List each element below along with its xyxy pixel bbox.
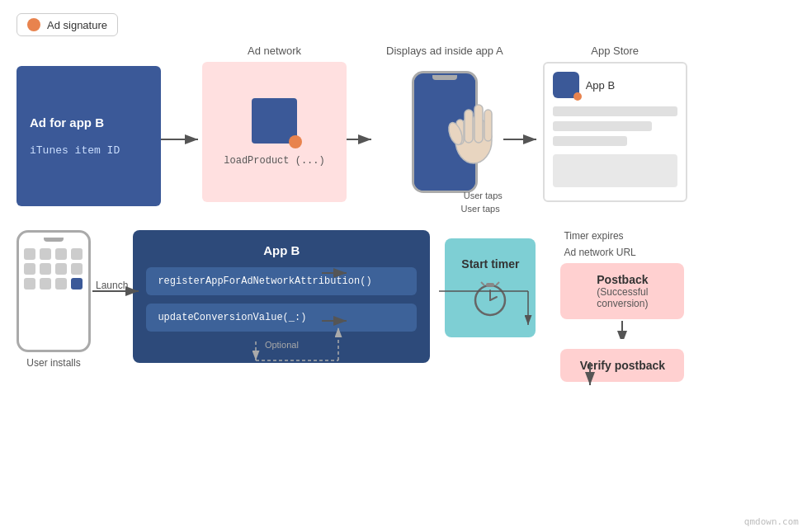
ad-col: Ad for app B iTunes item ID xyxy=(17,45,161,206)
postback-label: Postback xyxy=(573,273,671,286)
appstore-line3 xyxy=(553,136,628,146)
appstore-block: App B xyxy=(543,62,687,202)
svg-line-30 xyxy=(496,282,499,285)
phone-display-col: Displays ad inside app A xyxy=(386,45,503,214)
appstore-col: App Store App B xyxy=(543,45,687,202)
app-icon-3 xyxy=(55,248,67,260)
user-installs-label: User installs xyxy=(26,357,80,369)
phone-install: User installs xyxy=(17,230,91,369)
appstore-line2 xyxy=(553,121,653,131)
svg-rect-28 xyxy=(486,283,494,287)
app-icon-9 xyxy=(24,278,35,290)
app-icon-7 xyxy=(55,263,67,275)
appb-title: App B xyxy=(146,243,417,257)
register-code: registerAppForAdNetworkAttribution() xyxy=(158,275,371,287)
app-icon-12 xyxy=(71,278,83,290)
appstore-line1 xyxy=(553,106,677,116)
app-icon-1 xyxy=(24,248,35,260)
appstore-header: App B xyxy=(553,72,677,98)
svg-line-29 xyxy=(481,282,484,285)
ad-network-url-label: Ad network URL xyxy=(564,247,635,258)
appb-name: App B xyxy=(586,79,615,92)
timer-container: Start timer xyxy=(445,238,536,337)
legend-dot xyxy=(27,18,40,31)
legend-label: Ad signature xyxy=(47,19,107,31)
adnet-col: Ad network loadProduct (...) xyxy=(202,45,347,202)
adnet-square xyxy=(252,98,297,144)
adnet-block: loadProduct (...) xyxy=(202,62,347,202)
postback-to-verify-arrow xyxy=(614,319,630,339)
install-phone-icons xyxy=(22,248,85,290)
launch-label-container: Launch xyxy=(91,280,133,291)
verify-box: Verify postback xyxy=(560,349,684,382)
ad-block-title: Ad for app B xyxy=(30,115,148,129)
appb-box: App B registerAppForAdNetworkAttribution… xyxy=(133,230,430,363)
app-icon-4 xyxy=(71,248,83,260)
timer-label: Start timer xyxy=(461,257,519,271)
appstore-content xyxy=(553,106,677,146)
user-taps-label: User taps xyxy=(464,191,503,200)
svg-rect-10 xyxy=(474,105,483,143)
svg-line-27 xyxy=(490,297,497,300)
timer-expires-label: Timer expires xyxy=(564,230,623,242)
displays-label: Displays ad inside app A xyxy=(386,45,503,57)
ad-block-code: iTunes item ID xyxy=(30,144,148,157)
adnet-signature-dot xyxy=(289,135,302,148)
ad-block: Ad for app B iTunes item ID xyxy=(17,66,161,206)
postback-box: Postback (Successful conversion) xyxy=(560,263,684,319)
app-icon-10 xyxy=(40,278,51,290)
app-icon-2 xyxy=(40,248,51,260)
stopwatch-icon xyxy=(470,277,511,318)
legend: Ad signature xyxy=(17,13,118,36)
phone-display: User taps xyxy=(387,62,503,202)
svg-rect-11 xyxy=(484,110,492,141)
optional-label: Optional xyxy=(146,340,417,350)
top-row: Ad for app B iTunes item ID Ad network l… xyxy=(17,45,790,214)
appb-icon xyxy=(553,72,579,98)
appb-signature-dot xyxy=(573,92,582,101)
update-code: updateConversionValue(_:) xyxy=(158,312,306,323)
svg-rect-9 xyxy=(465,110,473,143)
adnet-code: loadProduct (...) xyxy=(224,155,324,167)
watermark: qmdown.com xyxy=(744,516,799,527)
app-icon-5 xyxy=(24,263,35,275)
adnet-label: Ad network xyxy=(248,45,301,57)
bottom-row: User installs Launch App B registerAppFo… xyxy=(17,230,790,382)
hand-icon xyxy=(445,78,511,169)
verify-label: Verify postback xyxy=(573,359,671,372)
postback-sub: (Successful conversion) xyxy=(573,286,671,309)
app-icon-8 xyxy=(71,263,83,275)
register-code-block: registerAppForAdNetworkAttribution() xyxy=(146,267,417,295)
launch-label: Launch xyxy=(96,280,128,291)
right-panel: Timer expires Ad network URL Postback (S… xyxy=(560,230,684,382)
app-icon-11 xyxy=(55,278,67,290)
user-taps-label-below: User taps xyxy=(461,204,500,214)
app-icon-6 xyxy=(40,263,51,275)
appstore-block-image xyxy=(553,154,677,187)
timer-box: Start timer xyxy=(445,238,536,337)
install-phone xyxy=(17,230,91,352)
update-code-block: updateConversionValue(_:) xyxy=(146,304,417,332)
install-phone-notch xyxy=(44,238,64,242)
appstore-label: App Store xyxy=(591,45,639,57)
